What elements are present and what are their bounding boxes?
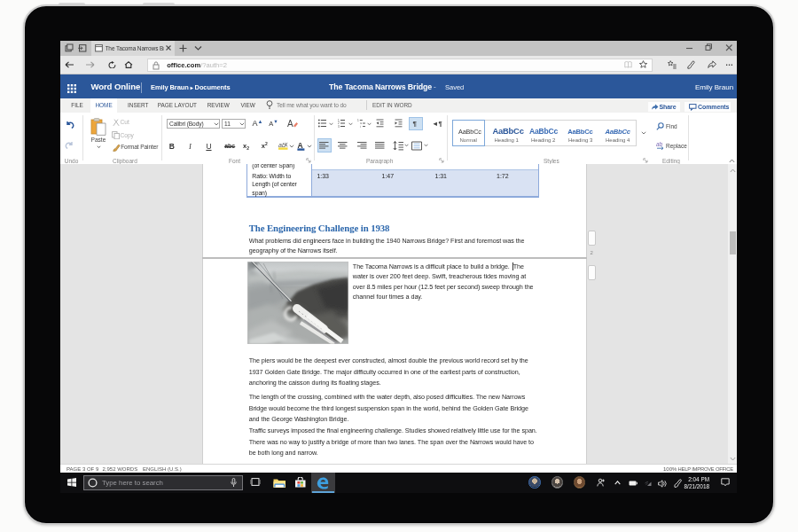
svg-text:3: 3 (338, 124, 340, 127)
svg-text:1: 1 (357, 119, 359, 122)
svg-text:ab: ab (656, 141, 663, 147)
svg-text:ab: ab (278, 142, 286, 148)
svg-text:A: A (298, 141, 303, 150)
svg-text:i: i (360, 124, 361, 127)
svg-text:A: A (287, 119, 293, 129)
